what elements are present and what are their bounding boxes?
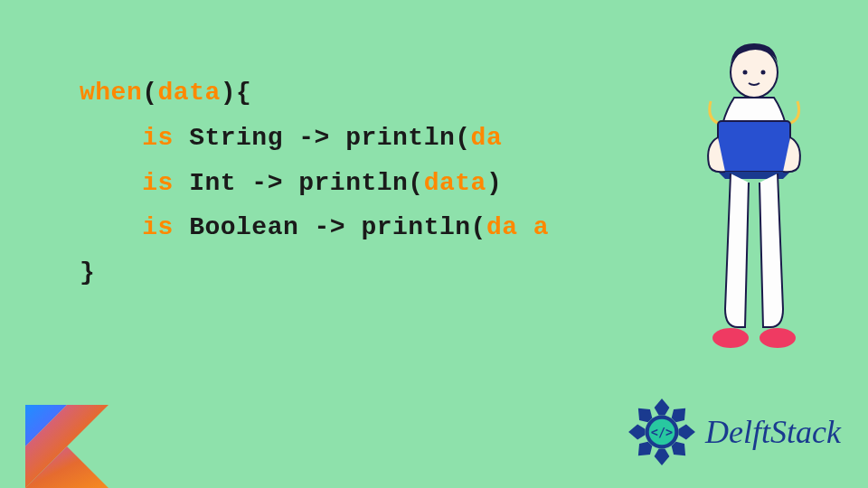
- delftstack-logo: </> DelftStack: [624, 394, 841, 470]
- code-line-3: is Int -> println(data): [80, 161, 549, 206]
- code-text: String -> println(: [174, 124, 471, 152]
- code-keyword: da: [471, 124, 503, 152]
- svg-point-4: [743, 70, 748, 75]
- code-line-4: is Boolean -> println(da a: [80, 205, 549, 250]
- code-line-1: when(data){: [80, 70, 549, 116]
- code-text: (: [142, 79, 157, 107]
- svg-marker-7: [718, 172, 790, 179]
- svg-point-9: [760, 328, 796, 348]
- delft-badge-icon: </>: [624, 394, 700, 470]
- code-keyword: is: [142, 124, 174, 152]
- code-text: [80, 169, 142, 197]
- code-keyword: is: [142, 169, 174, 197]
- code-keyword: data: [424, 169, 486, 197]
- svg-point-5: [761, 70, 766, 75]
- code-text: [80, 124, 142, 152]
- code-line-5: }: [80, 250, 549, 296]
- svg-rect-6: [718, 121, 790, 172]
- code-keyword: data: [158, 79, 221, 107]
- code-text: Boolean -> println(: [174, 213, 486, 241]
- code-keyword: da a: [486, 213, 549, 241]
- code-keyword: when: [80, 79, 142, 107]
- brand-name: DelftStack: [705, 413, 841, 451]
- svg-text:</>: </>: [651, 426, 673, 439]
- code-text: [80, 213, 142, 241]
- code-text: ): [486, 169, 502, 197]
- code-snippet: when(data){ is String -> println(da is I…: [80, 70, 549, 296]
- code-text: Int -> println(: [174, 169, 424, 197]
- svg-point-8: [712, 328, 749, 348]
- code-text: ){: [221, 79, 252, 107]
- code-keyword: is: [142, 213, 174, 241]
- person-with-laptop-illustration: [665, 38, 837, 372]
- code-text: }: [80, 258, 95, 286]
- kotlin-logo-icon: [25, 405, 108, 488]
- code-line-2: is String -> println(da: [80, 116, 549, 161]
